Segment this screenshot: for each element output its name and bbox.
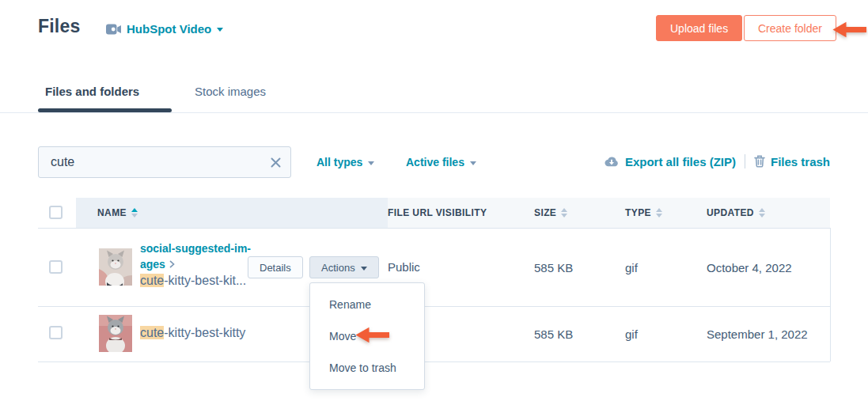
files-trash-link[interactable]: Files trash (754, 155, 830, 168)
type-cell: gif (625, 327, 638, 341)
trash-icon (754, 155, 765, 168)
column-header-updated[interactable]: UPDATED (707, 207, 765, 218)
file-name-rest: -kitty-best-kit... (164, 274, 246, 287)
arrow-left-icon (832, 21, 867, 38)
column-header-updated-label: UPDATED (707, 207, 754, 218)
sort-arrows-icon (561, 208, 567, 218)
tab-files-and-folders[interactable]: Files and folders (45, 85, 139, 98)
filter-active-files[interactable]: Active files (406, 156, 476, 168)
sort-arrows-icon (131, 208, 138, 218)
chevron-right-icon (169, 260, 175, 268)
file-thumbnail-cute-kitty-2[interactable] (99, 315, 132, 352)
folder-breadcrumb-link[interactable]: social-suggested-im- ages (140, 240, 251, 272)
column-header-name-label: NAME (97, 207, 127, 218)
files-trash-label: Files trash (771, 155, 830, 168)
chevron-down-icon (368, 161, 374, 165)
table-divider (38, 361, 830, 362)
folder-name-line1: social-suggested-im- (140, 240, 251, 256)
table-divider (38, 306, 830, 307)
table-divider (38, 228, 830, 229)
file-name[interactable]: cute-kitty-best-kitty (140, 326, 245, 340)
file-name[interactable]: cute-kitty-best-kit... (140, 274, 246, 288)
toolbar-links: Export all files (ZIP) Files trash (604, 154, 830, 168)
column-header-type-label: TYPE (625, 207, 651, 218)
table-row-1-checkbox-wrap (49, 260, 63, 274)
column-header-size[interactable]: SIZE (534, 207, 567, 218)
file-thumbnail-cute-kitty-1[interactable] (99, 248, 132, 286)
folder-name-line2: ages (140, 256, 165, 272)
updated-cell: October 4, 2022 (707, 261, 792, 274)
updated-cell: September 1, 2022 (707, 327, 808, 341)
chevron-down-icon (470, 161, 476, 165)
details-button[interactable]: Details (248, 256, 303, 278)
chevron-down-icon (361, 267, 367, 271)
filter-active-files-label: Active files (406, 156, 464, 168)
column-header-type[interactable]: TYPE (625, 207, 662, 218)
sort-arrows-icon (759, 208, 765, 218)
links-divider (745, 154, 745, 168)
close-icon[interactable] (270, 157, 282, 168)
search-match-highlight: cute (140, 274, 164, 287)
row-checkbox[interactable] (49, 260, 63, 274)
menu-item-rename[interactable]: Rename (310, 289, 424, 320)
actions-button-label: Actions (321, 262, 355, 274)
table-right-border (830, 228, 831, 361)
size-cell: 585 KB (534, 261, 573, 274)
select-all-checkbox[interactable] (49, 206, 63, 219)
upload-files-button[interactable]: Upload files (656, 15, 742, 41)
column-header-name[interactable]: NAME (97, 207, 138, 218)
tab-stock-images[interactable]: Stock images (195, 85, 266, 98)
page-title: Files (38, 16, 80, 37)
file-name-rest: -kitty-best-kitty (164, 326, 245, 339)
cloud-download-icon (604, 156, 620, 168)
filter-all-types[interactable]: All types (316, 156, 374, 168)
export-all-files-link[interactable]: Export all files (ZIP) (604, 155, 736, 168)
arrow-left-icon (354, 327, 390, 343)
video-camera-icon (106, 24, 121, 35)
menu-item-move-to-trash[interactable]: Move to trash (310, 352, 424, 384)
column-header-visibility-label: FILE URL VISIBILITY (388, 207, 487, 218)
search-match-highlight: cute (140, 326, 164, 339)
column-header-size-label: SIZE (534, 207, 556, 218)
column-header-visibility: FILE URL VISIBILITY (388, 207, 487, 218)
hubspot-video-selector[interactable]: HubSpot Video (106, 22, 223, 36)
row-checkbox[interactable] (49, 326, 63, 339)
create-folder-button[interactable]: Create folder (744, 15, 836, 41)
search-input[interactable] (39, 147, 290, 177)
actions-button[interactable]: Actions (309, 256, 379, 278)
table-row-2-checkbox-wrap (49, 326, 63, 339)
file-search-box (38, 146, 291, 178)
sort-arrows-icon (656, 208, 662, 218)
video-selector-label: HubSpot Video (127, 22, 211, 36)
size-cell: 585 KB (534, 327, 573, 341)
chevron-down-icon (217, 28, 223, 32)
type-cell: gif (625, 261, 638, 274)
export-all-files-label: Export all files (ZIP) (625, 155, 736, 168)
visibility-cell: Public (388, 260, 420, 274)
filter-all-types-label: All types (316, 156, 362, 168)
tabs-divider (0, 112, 868, 113)
